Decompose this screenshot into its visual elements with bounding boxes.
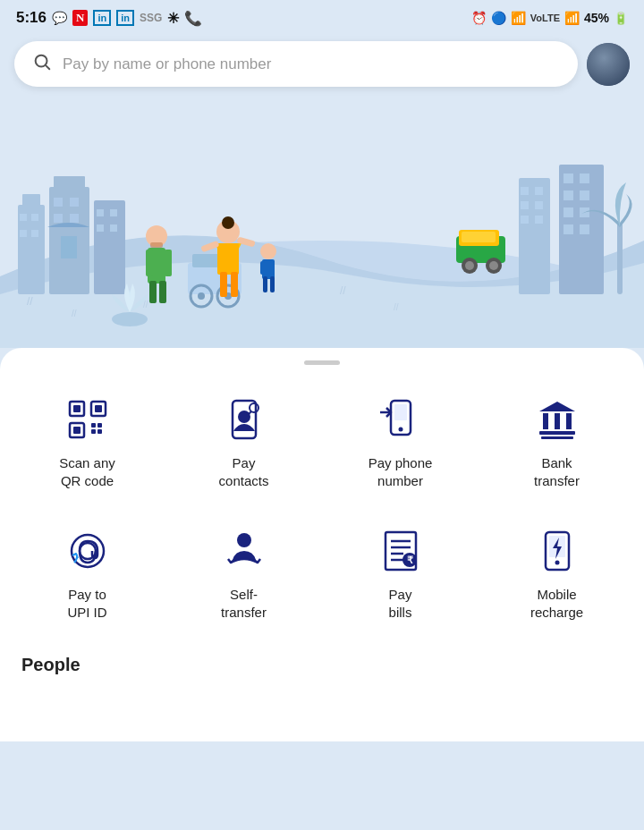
mobile-recharge-label: Mobilerecharge [530, 586, 583, 621]
pay-contacts-action[interactable]: Paycontacts [165, 383, 322, 505]
pay-upi-label: Pay toUPI ID [67, 586, 106, 621]
svg-rect-21 [110, 224, 117, 232]
self-transfer-action[interactable]: Self-transfer [165, 514, 322, 637]
pay-upi-icon [64, 527, 112, 575]
svg-rect-74 [270, 261, 275, 275]
search-icon [32, 52, 52, 76]
svg-rect-7 [31, 214, 38, 221]
svg-rect-45 [462, 232, 496, 242]
svg-rect-76 [270, 276, 275, 292]
svg-rect-26 [535, 201, 543, 209]
scan-qr-label: Scan anyQR code [59, 454, 115, 489]
svg-point-77 [112, 312, 148, 326]
svg-rect-86 [91, 429, 96, 434]
bank-transfer-action[interactable]: Banktransfer [479, 383, 635, 505]
svg-rect-27 [521, 216, 529, 224]
svg-rect-11 [54, 176, 85, 190]
pay-bills-label: Paybills [389, 586, 412, 621]
svg-rect-24 [535, 187, 543, 195]
svg-rect-32 [564, 191, 573, 200]
svg-rect-36 [564, 224, 573, 234]
pay-phone-label: Pay phonenumber [369, 454, 433, 489]
search-container: Pay by name or phone number [0, 32, 644, 97]
svg-point-55 [198, 292, 205, 300]
avatar[interactable] [587, 43, 630, 86]
svg-rect-13 [70, 198, 79, 207]
svg-rect-14 [54, 214, 63, 223]
svg-rect-23 [521, 187, 529, 195]
svg-rect-100 [539, 431, 575, 435]
scan-qr-action[interactable]: Scan anyQR code [9, 383, 165, 505]
svg-rect-22 [519, 178, 550, 294]
svg-text://: // [27, 295, 33, 308]
pay-contacts-label: Paycontacts [219, 454, 269, 489]
svg-rect-87 [97, 429, 102, 434]
svg-point-65 [222, 216, 234, 229]
svg-rect-15 [70, 214, 79, 223]
pay-contacts-icon [220, 395, 268, 444]
status-icons: ⏰ 🔵 📶 VoLTE 📶 45% 🔋 [471, 11, 628, 25]
svg-rect-75 [263, 276, 267, 292]
mobile-recharge-action[interactable]: Mobilerecharge [479, 514, 635, 637]
svg-rect-79 [73, 405, 80, 412]
people-heading: People [21, 655, 80, 674]
pay-bills-icon: ₹ [377, 527, 425, 575]
svg-rect-25 [521, 201, 529, 209]
actions-row-1: Scan anyQR code Paycontacts [0, 383, 644, 505]
svg-rect-66 [217, 243, 239, 275]
people-section: People [0, 646, 644, 684]
bank-transfer-icon [533, 395, 581, 444]
svg-point-42 [465, 261, 474, 270]
svg-rect-5 [22, 194, 40, 208]
self-transfer-label: Self-transfer [221, 586, 267, 621]
svg-rect-8 [20, 230, 27, 237]
pay-upi-action[interactable]: Pay toUPI ID [9, 514, 165, 637]
mobile-recharge-icon [533, 527, 581, 575]
svg-rect-37 [580, 224, 589, 234]
search-bar[interactable]: Pay by name or phone number [14, 41, 578, 87]
svg-rect-84 [91, 423, 96, 428]
svg-rect-16 [61, 236, 77, 258]
svg-line-1 [46, 65, 49, 69]
svg-point-114 [555, 561, 559, 565]
svg-point-89 [238, 411, 250, 423]
svg-rect-62 [159, 281, 166, 303]
illustration-area: // // // // // [0, 97, 644, 348]
svg-rect-70 [231, 272, 238, 297]
pay-phone-action[interactable]: Pay phonenumber [322, 383, 479, 505]
svg-rect-81 [95, 405, 102, 412]
svg-text:₹: ₹ [406, 555, 412, 565]
svg-rect-18 [97, 209, 104, 216]
svg-point-94 [398, 428, 402, 432]
svg-point-104 [237, 533, 251, 547]
svg-rect-9 [31, 230, 38, 237]
search-placeholder: Pay by name or phone number [63, 55, 560, 73]
status-time: 5:16 💬 N in in SSG ✳ 📞 [16, 9, 202, 27]
svg-rect-28 [535, 216, 543, 224]
svg-rect-85 [97, 423, 102, 428]
svg-rect-6 [20, 214, 27, 221]
svg-rect-19 [110, 209, 117, 216]
svg-rect-63 [150, 242, 163, 248]
svg-text://: // [340, 284, 346, 297]
pay-phone-icon [377, 395, 425, 444]
svg-rect-93 [394, 404, 407, 420]
status-bar: 5:16 💬 N in in SSG ✳ 📞 ⏰ 🔵 📶 VoLTE 📶 45%… [0, 0, 644, 32]
svg-point-44 [489, 261, 498, 270]
self-transfer-icon [220, 527, 268, 575]
svg-point-90 [250, 403, 258, 412]
actions-row-2: Pay toUPI ID Self-transfer [0, 514, 644, 637]
svg-rect-20 [97, 224, 104, 232]
pay-bills-action[interactable]: ₹ Paybills [322, 514, 479, 637]
svg-rect-59 [146, 250, 153, 276]
svg-rect-73 [260, 261, 265, 275]
bottom-sheet: Scan anyQR code Paycontacts [0, 348, 644, 741]
bank-transfer-label: Banktransfer [534, 454, 580, 489]
svg-text://: // [72, 309, 77, 318]
svg-point-71 [260, 243, 276, 259]
svg-rect-38 [617, 223, 623, 294]
svg-rect-34 [564, 208, 573, 217]
svg-rect-60 [165, 250, 172, 276]
svg-rect-97 [543, 413, 548, 429]
svg-marker-96 [539, 402, 575, 411]
